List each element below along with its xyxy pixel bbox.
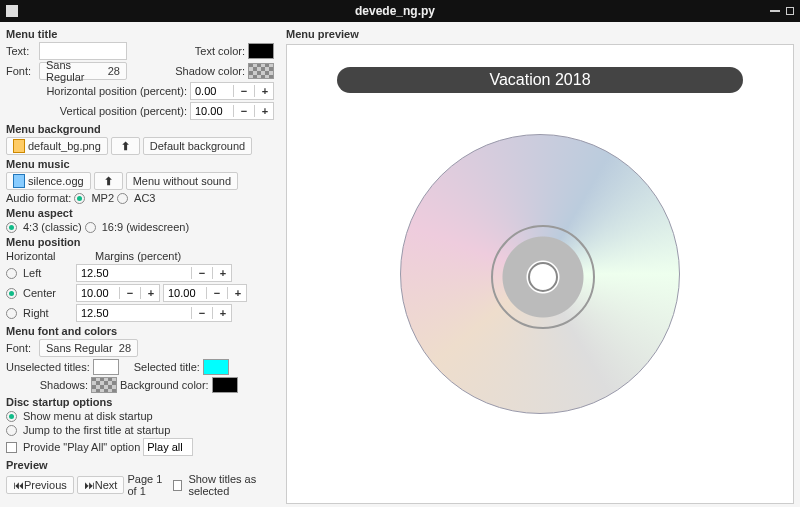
section-menu-music: Menu music [6,158,274,170]
shadows-label: Shadows: [6,379,88,391]
radio-ac3[interactable] [117,193,128,204]
radio-show-menu[interactable] [6,411,17,422]
page-label: Page 1 of 1 [127,473,170,497]
margin-center-r-spinner[interactable]: −+ [163,284,247,302]
prev-icon: ⏮ [13,479,24,491]
bg-upload-button[interactable]: ⬆ [111,137,140,155]
bgcolor-label: Background color: [120,379,209,391]
next-button[interactable]: ⏭Next [77,476,125,494]
vpos-label: Vertical position (percent): [6,105,187,117]
margin-center-l-spinner[interactable]: −+ [76,284,160,302]
shadow-color-label: Shadow color: [175,65,245,77]
font-button[interactable]: Sans Regular 28 [39,62,127,80]
margin-left-spinner[interactable]: −+ [76,264,232,282]
file-icon [13,139,25,153]
section-menu-position: Menu position [6,236,274,248]
radio-jump-first[interactable] [6,425,17,436]
audio-file-icon [13,174,25,188]
section-menu-font: Menu font and colors [6,325,274,337]
radio-left[interactable] [6,268,17,279]
music-upload-button[interactable]: ⬆ [94,172,123,190]
horizontal-label: Horizontal [6,250,68,262]
plus-icon[interactable]: + [257,85,273,97]
minimize-icon[interactable] [770,10,780,12]
menu-title-text: Vacation 2018 [337,67,743,93]
margin-right-spinner[interactable]: −+ [76,304,232,322]
section-startup: Disc startup options [6,396,274,408]
font-label: Font: [6,65,36,77]
settings-panel: Menu title Text: Text color: Font: Sans … [0,22,280,507]
vpos-input[interactable] [191,105,231,117]
selected-swatch[interactable] [203,359,229,375]
text-input[interactable] [39,42,127,60]
disc-image [400,134,680,414]
prev-button[interactable]: ⏮Previous [6,476,74,494]
radio-center[interactable] [6,288,17,299]
checkbox-play-all[interactable] [6,442,17,453]
minus-icon[interactable]: − [236,105,252,117]
music-file-button[interactable]: silence.ogg [6,172,91,190]
minus-icon[interactable]: − [236,85,252,97]
titlebar: devede_ng.py [0,0,800,22]
vpos-spinner[interactable]: − + [190,102,274,120]
shadow-color-swatch[interactable] [248,63,274,79]
preview-panel: Menu preview Vacation 2018 [280,22,800,507]
default-bg-button[interactable]: Default background [143,137,252,155]
hpos-label: Horizontal position (percent): [6,85,187,97]
radio-right[interactable] [6,308,17,319]
section-menu-title: Menu title [6,28,274,40]
radio-4-3[interactable] [6,222,17,233]
shadows-swatch[interactable] [91,377,117,393]
upload-icon: ⬆ [118,140,133,153]
text-color-label: Text color: [195,45,245,57]
margins-label: Margins (percent) [95,250,181,262]
radio-16-9[interactable] [85,222,96,233]
text-color-swatch[interactable] [248,43,274,59]
hpos-spinner[interactable]: − + [190,82,274,100]
upload-icon: ⬆ [101,175,116,188]
preview-heading: Menu preview [286,28,794,40]
next-icon: ⏭ [84,479,95,491]
window-title: devede_ng.py [26,4,764,18]
bg-file-button[interactable]: default_bg.png [6,137,108,155]
audio-format-label: Audio format: [6,192,71,204]
unselected-label: Unselected titles: [6,361,90,373]
font2-button[interactable]: Sans Regular 28 [39,339,138,357]
section-menu-aspect: Menu aspect [6,207,274,219]
section-menu-background: Menu background [6,123,274,135]
font2-label: Font: [6,342,36,354]
unselected-swatch[interactable] [93,359,119,375]
app-icon [6,5,18,17]
hpos-input[interactable] [191,85,231,97]
checkbox-show-titles[interactable] [173,480,182,491]
section-preview: Preview [6,459,274,471]
text-label: Text: [6,45,36,57]
preview-box: Vacation 2018 [286,44,794,504]
selected-label: Selected title: [134,361,200,373]
maximize-icon[interactable] [786,7,794,15]
no-sound-button[interactable]: Menu without sound [126,172,238,190]
plus-icon[interactable]: + [257,105,273,117]
bgcolor-swatch[interactable] [212,377,238,393]
play-all-input[interactable] [143,438,193,456]
radio-mp2[interactable] [74,193,85,204]
